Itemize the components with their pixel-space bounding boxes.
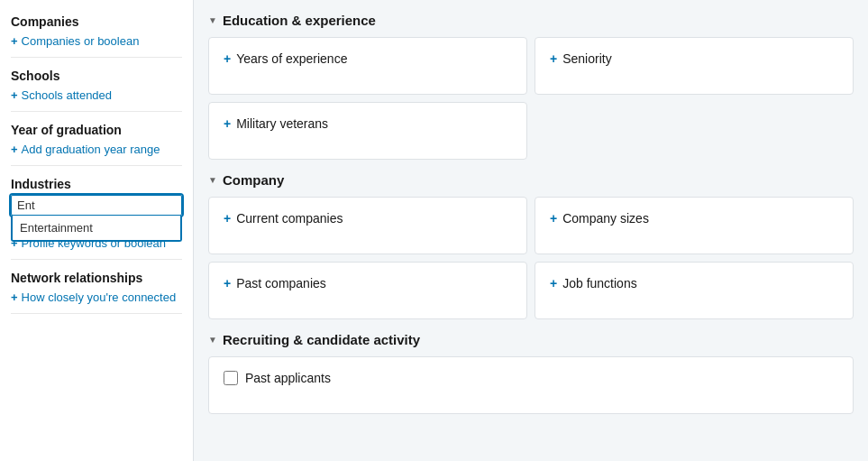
- plus-icon-seniority: +: [550, 51, 557, 66]
- section-title-company: Company: [223, 172, 284, 188]
- sidebar-link-network[interactable]: + How closely you're connected: [11, 289, 182, 306]
- sidebar-section-network: Network relationships + How closely you'…: [11, 263, 182, 314]
- industries-search-input[interactable]: [11, 195, 182, 216]
- section-header-education[interactable]: ▼ Education & experience: [208, 13, 854, 28]
- card-label-seniority: Seniority: [562, 51, 611, 67]
- sidebar-section-schools: Schools + Schools attended: [11, 61, 182, 112]
- plus-icon-military-veterans: +: [224, 116, 231, 131]
- section-header-company[interactable]: ▼ Company: [208, 172, 854, 188]
- card-label-current-companies: Current companies: [236, 210, 343, 226]
- recruiting-cards-grid: Past applicants: [208, 356, 854, 414]
- card-military-veterans[interactable]: + Military veterans: [208, 102, 527, 160]
- sidebar-section-companies: Companies + Companies or boolean: [11, 7, 182, 58]
- sidebar-section-graduation: Year of graduation + Add graduation year…: [11, 115, 182, 166]
- sidebar: Companies + Companies or boolean Schools…: [0, 0, 194, 461]
- card-job-functions[interactable]: + Job functions: [535, 262, 854, 319]
- past-applicants-checkbox-wrapper: Past applicants: [224, 370, 331, 386]
- plus-icon-graduation: +: [11, 143, 18, 156]
- card-company-sizes[interactable]: + Company sizes: [535, 197, 854, 254]
- sidebar-section-title-network: Network relationships: [11, 271, 182, 285]
- card-seniority[interactable]: + Seniority: [535, 37, 854, 95]
- industries-input-wrapper: Entertainment: [11, 195, 182, 216]
- sidebar-link-label-companies: Companies or boolean: [22, 34, 140, 48]
- card-label-past-applicants: Past applicants: [245, 370, 331, 386]
- section-title-recruiting: Recruiting & candidate activity: [223, 332, 420, 347]
- company-cards-grid: + Current companies + Company sizes + Pa…: [208, 197, 854, 319]
- chevron-down-icon-company: ▼: [208, 175, 217, 185]
- sidebar-section-title-graduation: Year of graduation: [11, 123, 182, 137]
- plus-icon-current-companies: +: [224, 211, 231, 226]
- card-label-years-experience: Years of experience: [236, 51, 347, 67]
- plus-icon-company-sizes: +: [550, 211, 557, 226]
- past-applicants-checkbox[interactable]: [224, 371, 238, 385]
- section-header-recruiting[interactable]: ▼ Recruiting & candidate activity: [208, 332, 854, 347]
- plus-icon-job-functions: +: [550, 276, 557, 290]
- card-years-experience[interactable]: + Years of experience: [208, 37, 527, 95]
- sidebar-section-title-companies: Companies: [11, 14, 182, 29]
- education-cards-grid: + Years of experience + Seniority + Mili…: [208, 37, 854, 160]
- sidebar-section-title-schools: Schools: [11, 69, 182, 83]
- main-content: ▼ Education & experience + Years of expe…: [194, 0, 868, 461]
- industries-dropdown: Entertainment: [11, 216, 182, 242]
- card-label-past-companies: Past companies: [236, 275, 326, 291]
- industries-dropdown-item-entertainment[interactable]: Entertainment: [13, 216, 180, 240]
- chevron-down-icon-education: ▼: [208, 15, 217, 25]
- sidebar-link-label-network: How closely you're connected: [22, 290, 177, 304]
- section-title-education: Education & experience: [223, 13, 376, 28]
- sidebar-section-title-industries: Industries: [11, 177, 182, 191]
- card-past-companies[interactable]: + Past companies: [208, 262, 527, 319]
- card-label-company-sizes: Company sizes: [562, 210, 649, 226]
- plus-icon-schools: +: [11, 88, 18, 102]
- card-label-job-functions: Job functions: [562, 275, 637, 291]
- sidebar-link-graduation[interactable]: + Add graduation year range: [11, 141, 182, 158]
- sidebar-link-companies[interactable]: + Companies or boolean: [11, 32, 182, 50]
- sidebar-link-label-graduation: Add graduation year range: [22, 143, 160, 156]
- sidebar-link-label-schools: Schools attended: [22, 88, 112, 102]
- plus-icon-companies: +: [11, 34, 18, 48]
- card-label-military-veterans: Military veterans: [236, 115, 328, 132]
- card-past-applicants[interactable]: Past applicants: [208, 356, 854, 414]
- card-current-companies[interactable]: + Current companies: [208, 197, 527, 254]
- plus-icon-years-experience: +: [224, 51, 231, 66]
- chevron-down-icon-recruiting: ▼: [208, 335, 217, 345]
- sidebar-section-industries: Industries Entertainment: [11, 170, 182, 224]
- sidebar-link-schools[interactable]: + Schools attended: [11, 87, 182, 104]
- plus-icon-past-companies: +: [224, 276, 231, 290]
- plus-icon-network: +: [11, 290, 18, 304]
